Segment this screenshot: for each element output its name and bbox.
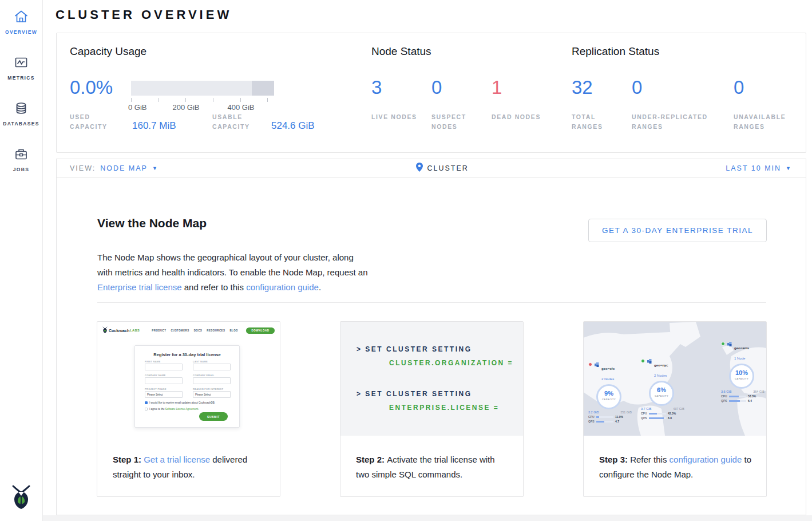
metrics-chart-icon	[0, 54, 42, 70]
under-replicated-ranges-label: UNDER-REPLICATED RANGES	[632, 112, 723, 132]
view-selector[interactable]: VIEW: NODE MAP ▼	[70, 159, 157, 177]
axis-tick-label: 400 GiB	[228, 103, 255, 112]
cpu-bar	[649, 413, 666, 415]
field-label: PROJECT PHASE	[145, 388, 167, 390]
capacity-percent: 9%	[598, 390, 620, 397]
axis-tick	[131, 98, 132, 102]
sidebar-item-jobs[interactable]: JOBS	[0, 146, 42, 172]
email-updates-checkbox-row: I would like to receive email updates ab…	[145, 401, 215, 404]
enterprise-trial-license-link[interactable]: Enterprise trial license	[97, 282, 182, 292]
axis-tick	[240, 98, 241, 102]
capacity-label: CAPACITY	[598, 398, 620, 401]
node-status-dot-green	[641, 359, 645, 363]
capacity-usage-title: Capacity Usage	[70, 45, 146, 58]
axis-tick	[159, 98, 159, 102]
step3-card: geo=sfo 2 Nodes 9% CAPACITY 3.2 GiB351 G…	[583, 321, 767, 497]
unavailable-ranges-label: UNAVAILABLE RANGES	[734, 112, 797, 132]
node-map-preview: geo=sfo 2 Nodes 9% CAPACITY 3.2 GiB351 G…	[584, 322, 766, 436]
first-name-field	[145, 364, 183, 370]
map-node-ams: geo=ams 1 Node 10% CAPACITY 3.6 GiB364 G…	[721, 341, 766, 402]
node-locality: geo=ams	[734, 346, 749, 350]
capacity-bar	[131, 81, 274, 96]
capacity-percent: 6%	[651, 387, 672, 393]
usable-capacity-label: USABLE CAPACITY	[212, 112, 261, 132]
cpu-label: CPU	[588, 415, 595, 419]
mini-site-nav: Cockroach LABS PRODUCT CUSTOMERS DOCS RE…	[102, 325, 275, 336]
field-label: FIRST NAME	[145, 360, 160, 363]
step3-caption: Step 3: Refer this configuration guide t…	[599, 452, 754, 482]
sidebar-item-label: METRICS	[0, 75, 42, 81]
field-label: LAST NAME	[193, 360, 208, 363]
qps-label: QPS	[641, 416, 647, 420]
cpu-value: 53.3%	[748, 394, 756, 398]
unavailable-ranges-value: 0	[734, 78, 744, 97]
used-capacity-value: 160.7 MiB	[132, 120, 176, 132]
step1-caption: Step 1: Get a trial license delivered st…	[113, 452, 267, 482]
view-value[interactable]: NODE MAP	[100, 164, 148, 172]
step3-label: Step 3:	[599, 455, 630, 464]
axis-tick	[213, 98, 213, 102]
sidebar-item-overview[interactable]: OVERVIEW	[0, 9, 42, 35]
capacity-bar-used-segment	[252, 81, 274, 96]
section-heading: View the Node Map	[97, 216, 207, 230]
description-text: and refer to this	[182, 282, 247, 292]
page-title: CLUSTER OVERVIEW	[56, 7, 232, 22]
cpu-value: 42.5%	[668, 412, 676, 415]
node-count: 2 Nodes	[601, 377, 614, 381]
cpu-value: 11.0%	[615, 415, 623, 419]
sql-code-panel: > SET CLUSTER SETTING CLUSTER.ORGANIZATI…	[340, 322, 523, 436]
chevron-down-icon: ▼	[152, 165, 157, 171]
view-bar: VIEW: NODE MAP ▼ CLUSTER LAST 10 MIN ▼	[57, 159, 806, 177]
checkbox-checked-icon	[145, 401, 148, 404]
checkbox-icon	[145, 408, 148, 411]
cluster-summary-panel: Capacity Usage 0.0% 0 GiB 200 GiB 400 Gi…	[56, 33, 806, 153]
axis-tick	[267, 98, 268, 102]
sidebar-item-metrics[interactable]: METRICS	[0, 54, 42, 81]
mini-site-logo-suffix: LABS	[130, 329, 140, 332]
get-trial-license-link[interactable]: Get a trial license	[144, 455, 210, 464]
map-pin-icon	[416, 163, 423, 174]
node-count: 2 Nodes	[654, 374, 667, 377]
mini-site-nav-item: BLOG	[229, 329, 238, 332]
axis-tick-label: 0 GiB	[128, 103, 147, 112]
last-name-field	[193, 364, 231, 370]
under-replicated-ranges-value: 0	[632, 78, 642, 97]
step2-card: > SET CLUSTER SETTING CLUSTER.ORGANIZATI…	[340, 321, 524, 497]
node-status-dot-green	[721, 342, 725, 346]
view-label: VIEW:	[70, 164, 96, 172]
used-capacity-label: USED CAPACITY	[70, 112, 118, 132]
description-text: .	[319, 282, 321, 292]
qps-bar	[596, 421, 613, 423]
node-cubes-icon	[727, 341, 732, 347]
usable-capacity-value: 524.6 GiB	[271, 120, 315, 132]
sql-argument: ENTERPRISE.LICENSE =	[389, 404, 499, 412]
project-phase-select: Please Select	[145, 391, 183, 398]
node-cubes-icon	[594, 362, 600, 368]
cluster-breadcrumb[interactable]: CLUSTER	[416, 159, 469, 177]
sidebar-item-databases[interactable]: DATABASES	[0, 100, 42, 127]
axis-tick	[185, 98, 186, 102]
field-label: REASON FOR INTEREST	[193, 388, 223, 390]
map-node-nyc: geo=nyc 2 Nodes 6% CAPACITY 3.7 GiB437 G…	[641, 358, 694, 420]
axis-tick-label: 200 GiB	[173, 103, 200, 112]
step2-label: Step 2:	[356, 455, 387, 464]
time-range-selector[interactable]: LAST 10 MIN ▼	[726, 159, 791, 177]
configuration-guide-link[interactable]: configuration guide	[246, 282, 319, 292]
capacity-ring: 9% CAPACITY	[596, 384, 621, 409]
capacity-percent: 10%	[731, 370, 752, 376]
mini-site-logo-name: Cockroach	[109, 329, 129, 333]
node-locality: geo=nyc	[654, 364, 668, 367]
cockroachdb-logo	[0, 484, 42, 512]
capacity-ring: 10% CAPACITY	[729, 364, 754, 389]
replication-status-title: Replication Status	[572, 45, 659, 58]
overview-body-panel: VIEW: NODE MAP ▼ CLUSTER LAST 10 MIN ▼ V…	[56, 159, 806, 515]
database-icon	[0, 100, 42, 116]
cpu-label: CPU	[721, 394, 727, 398]
mini-site-submit-button: SUBMIT	[199, 412, 228, 421]
configuration-guide-link[interactable]: configuration guide	[670, 455, 742, 464]
live-nodes-value: 3	[371, 78, 382, 97]
capacity-label: CAPACITY	[731, 377, 752, 380]
section-divider	[97, 302, 766, 303]
enterprise-trial-button[interactable]: GET A 30-DAY ENTERPRISE TRIAL	[588, 219, 767, 242]
total-ranges-label: TOTAL RANGES	[572, 112, 617, 132]
